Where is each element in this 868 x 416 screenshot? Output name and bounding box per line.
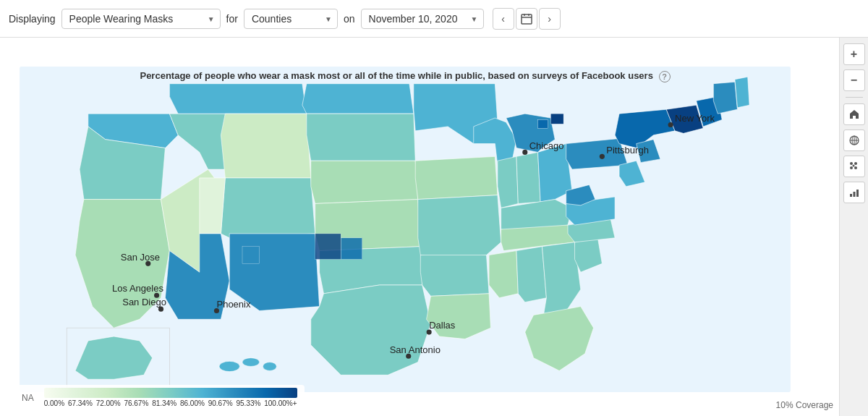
region-select-wrapper[interactable]: Counties <box>244 9 338 29</box>
city-dot-chicago <box>522 150 527 155</box>
svg-rect-15 <box>853 192 855 197</box>
city-label-sanjose: San Jose <box>121 252 160 263</box>
state-ut[interactable] <box>200 178 226 234</box>
chart-button[interactable] <box>843 182 865 203</box>
state-wy[interactable] <box>221 114 310 178</box>
zoom-in-button[interactable]: + <box>843 43 865 65</box>
city-dot-newyork <box>668 122 673 127</box>
legend-gradient <box>44 388 297 398</box>
state-la[interactable] <box>427 294 491 339</box>
state-hi-1[interactable] <box>219 361 239 371</box>
svg-point-10 <box>854 162 857 165</box>
state-ia[interactable] <box>415 156 498 199</box>
dots-button[interactable] <box>843 156 865 177</box>
svg-point-13 <box>852 165 854 167</box>
county-dark-1 <box>315 234 341 260</box>
for-label: for <box>226 13 238 25</box>
prev-date-button[interactable]: ‹ <box>493 8 514 30</box>
county-dark-2 <box>341 238 362 260</box>
map-container[interactable]: Percentage of people who wear a mask mos… <box>0 63 839 392</box>
dots-icon <box>848 161 860 172</box>
state-ar[interactable] <box>420 255 489 297</box>
state-al[interactable] <box>516 247 546 302</box>
calendar-icon <box>521 13 532 25</box>
toolbar: Displaying People Wearing Masks for Coun… <box>0 0 868 38</box>
svg-rect-14 <box>850 194 852 197</box>
state-ms[interactable] <box>489 251 518 298</box>
us-map-svg[interactable]: New York Chicago Pittsburgh San Jose Los… <box>0 67 810 392</box>
nav-buttons: ‹ › <box>493 8 561 30</box>
svg-rect-0 <box>522 14 532 24</box>
home-button[interactable] <box>843 103 865 125</box>
legend-label-6: 90.67% <box>208 399 233 407</box>
coverage-label: 10% Coverage <box>776 400 833 410</box>
svg-rect-16 <box>856 190 859 197</box>
date-select-wrapper[interactable]: November 10, 2020 <box>361 9 484 29</box>
svg-point-12 <box>854 166 857 169</box>
on-label: on <box>344 13 355 25</box>
svg-point-9 <box>850 162 853 165</box>
city-label-losangeles: Los Angeles <box>112 283 163 294</box>
legend-label-3: 76.67% <box>124 399 148 407</box>
state-hi-3[interactable] <box>263 362 276 371</box>
legend-label-5: 86.00% <box>180 399 205 407</box>
legend-label-2: 72.00% <box>96 399 121 407</box>
state-nh-vt[interactable] <box>713 82 737 114</box>
home-icon <box>848 109 860 120</box>
county-dark-mi <box>550 114 563 124</box>
legend-label-0: 0.00% <box>44 399 64 407</box>
state-sd[interactable] <box>307 114 415 161</box>
divider-1 <box>846 97 863 98</box>
date-select[interactable]: November 10, 2020 <box>361 9 484 29</box>
state-nd[interactable] <box>302 84 414 114</box>
legend: NA 0.00% 67.34% 72.00% 76.67% 81.34% 86.… <box>14 385 305 410</box>
legend-label-1: 67.34% <box>68 399 93 407</box>
city-label-sandiego: San Diego <box>122 297 166 307</box>
legend-label-7: 95.33% <box>236 399 260 407</box>
map-subtitle: Percentage of people who wear a mask mos… <box>0 70 810 82</box>
metric-select-wrapper[interactable]: People Wearing Masks <box>61 9 221 29</box>
svg-point-11 <box>850 166 853 169</box>
county-dark-3 <box>242 247 260 264</box>
city-label-dallas: Dallas <box>429 320 456 331</box>
state-mo[interactable] <box>418 195 501 260</box>
state-il[interactable] <box>498 156 518 208</box>
city-label-chicago: Chicago <box>529 140 564 151</box>
city-dot-pittsburgh <box>600 154 605 159</box>
state-in[interactable] <box>516 152 540 203</box>
chart-icon <box>848 187 860 198</box>
globe-icon <box>848 135 860 146</box>
legend-na-label: NA <box>22 393 34 403</box>
state-ne[interactable] <box>311 161 418 203</box>
city-label-phoenix: Phoenix <box>216 299 251 310</box>
county-dark-mi2 <box>538 119 548 128</box>
state-hi-2[interactable] <box>242 358 260 367</box>
city-label-newyork: New York <box>675 113 715 124</box>
main-area: Percentage of people who wear a mask mos… <box>0 38 868 416</box>
legend-wrapper: 0.00% 67.34% 72.00% 76.67% 81.34% 86.00%… <box>44 388 297 407</box>
state-co[interactable] <box>221 178 315 238</box>
region-select[interactable]: Counties <box>244 9 338 29</box>
right-controls: + − <box>839 38 868 416</box>
next-date-button[interactable]: › <box>539 8 561 30</box>
calendar-button[interactable] <box>516 8 537 30</box>
legend-label-8: 100.00%+ <box>264 399 297 407</box>
state-tx[interactable] <box>311 285 431 375</box>
legend-labels: 0.00% 67.34% 72.00% 76.67% 81.34% 86.00%… <box>44 399 297 407</box>
zoom-out-button[interactable]: − <box>843 69 865 91</box>
metric-select[interactable]: People Wearing Masks <box>61 9 221 29</box>
city-label-sanantonio: San Antonio <box>390 344 441 355</box>
displaying-label: Displaying <box>9 13 56 25</box>
globe-button[interactable] <box>843 130 865 151</box>
state-mt[interactable] <box>169 84 306 114</box>
help-icon[interactable]: ? <box>659 71 671 82</box>
city-label-pittsburgh: Pittsburgh <box>606 145 649 156</box>
legend-label-4: 81.34% <box>152 399 176 407</box>
